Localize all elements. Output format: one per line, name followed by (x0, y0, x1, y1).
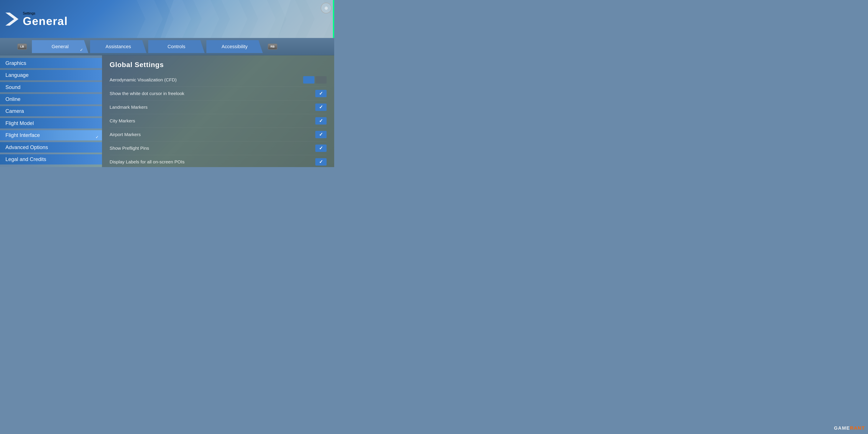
sidebar-item-sound[interactable]: Sound (0, 82, 102, 92)
tab-assistances[interactable]: Assistances (90, 40, 147, 53)
sidebar-item-camera[interactable]: Camera (0, 106, 102, 116)
main-content: Graphics Language Sound Online Camera Fl… (0, 55, 334, 167)
tab-general[interactable]: General ✓ (32, 40, 88, 53)
setting-label-landmark: Landmark Markers (110, 104, 148, 110)
toggle-poi[interactable]: ✓ (315, 158, 327, 165)
setting-row-city: City Markers ✓ (110, 114, 327, 128)
svg-marker-0 (5, 12, 19, 26)
setting-label-city: City Markers (110, 118, 135, 123)
toggle-city[interactable]: ✓ (315, 117, 327, 125)
sidebar-item-language[interactable]: Language (0, 70, 102, 80)
setting-row-white-dot: Show the white dot cursor in freelook ✓ (110, 87, 327, 100)
section-title: Global Settings (110, 61, 327, 69)
tab-general-checkmark: ✓ (80, 48, 83, 52)
toggle-white-dot[interactable]: ✓ (315, 90, 327, 97)
tab-controls[interactable]: Controls (148, 40, 205, 53)
toggle-airport[interactable]: ✓ (315, 131, 327, 138)
toggle-white-dot-check[interactable]: ✓ (315, 90, 327, 97)
toggle-cfd-off (315, 76, 327, 84)
content-area: Global Settings Aerodynamic Visualizatio… (102, 55, 334, 167)
setting-row-cfd: Aerodynamic Visualization (CFD) (110, 73, 327, 87)
setting-label-poi: Display Labels for all on-screen POIs (110, 159, 185, 164)
toggle-cfd[interactable] (303, 76, 327, 84)
setting-label-white-dot: Show the white dot cursor in freelook (110, 91, 184, 96)
setting-label-preflight: Show Preflight Pins (110, 146, 149, 151)
toggle-landmark[interactable]: ✓ (315, 103, 327, 111)
page-title: General (23, 16, 68, 27)
tabs-bar: LB General ✓ Assistances Controls Access… (0, 38, 334, 55)
setting-row-preflight: Show Preflight Pins ✓ (110, 142, 327, 155)
sidebar-item-graphics[interactable]: Graphics (0, 58, 102, 68)
sidebar: Graphics Language Sound Online Camera Fl… (0, 55, 102, 167)
toggle-poi-check[interactable]: ✓ (315, 158, 327, 165)
toggle-cfd-on[interactable] (303, 76, 314, 84)
toggle-city-check[interactable]: ✓ (315, 117, 327, 125)
sidebar-item-flight-interface[interactable]: Flight Interface (0, 130, 102, 141)
setting-row-landmark: Landmark Markers ✓ (110, 100, 327, 114)
header-chevron-icon (4, 11, 20, 27)
sidebar-item-legal-credits[interactable]: Legal and Credits (0, 154, 102, 164)
setting-row-airport: Airport Markers ✓ (110, 128, 327, 142)
setting-label-cfd: Aerodynamic Visualization (CFD) (110, 77, 177, 83)
sidebar-item-flight-model[interactable]: Flight Model (0, 118, 102, 128)
toggle-preflight-check[interactable]: ✓ (315, 145, 327, 152)
profile-icon[interactable]: ⊕ (321, 3, 332, 13)
toggle-preflight[interactable]: ✓ (315, 145, 327, 152)
sidebar-item-advanced-options[interactable]: Advanced Options (0, 142, 102, 152)
toggle-airport-check[interactable]: ✓ (315, 131, 327, 138)
sidebar-item-online[interactable]: Online (0, 94, 102, 104)
setting-row-poi: Display Labels for all on-screen POIs ✓ (110, 155, 327, 167)
setting-label-airport: Airport Markers (110, 132, 141, 137)
lb-button[interactable]: LB (18, 43, 27, 50)
profile-icon-glyph: ⊕ (324, 5, 328, 11)
rb-button[interactable]: RB (268, 43, 277, 50)
header: Settings General ⊕ (0, 0, 334, 38)
tab-accessibility[interactable]: Accessibility (206, 40, 263, 53)
header-text: Settings General (23, 11, 68, 27)
header-bg-arrows (137, 0, 334, 38)
green-bar (333, 0, 334, 38)
toggle-landmark-check[interactable]: ✓ (315, 103, 327, 111)
